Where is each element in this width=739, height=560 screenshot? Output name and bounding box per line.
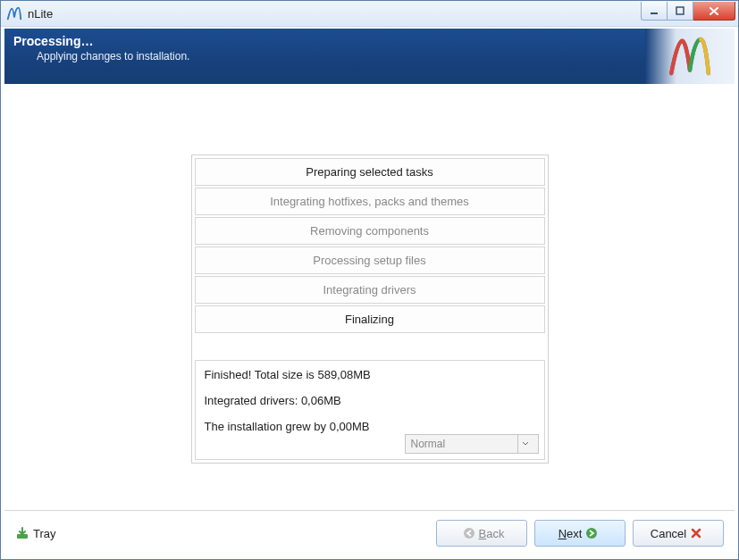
task-item: Finalizing [195, 305, 545, 333]
minimize-button[interactable] [641, 2, 668, 21]
back-label: Back [479, 527, 505, 540]
chevron-down-icon [517, 435, 533, 453]
task-list: Preparing selected tasks Integrating hot… [195, 158, 545, 333]
banner-subtitle: Applying changes to installation. [37, 50, 726, 63]
back-button[interactable]: Back [436, 520, 527, 547]
titlebar: nLite [1, 1, 738, 27]
task-item: Integrating hotfixes, packs and themes [195, 188, 545, 215]
log-line: Integrated drivers: 0,06MB [205, 394, 535, 407]
main-area: Preparing selected tasks Integrating hot… [4, 87, 735, 507]
tray-label: Tray [33, 527, 56, 540]
log-line: The installation grew by 0,00MB [205, 420, 535, 433]
maximize-button[interactable] [668, 2, 693, 21]
log-box: Finished! Total size is 589,08MB Integra… [195, 360, 545, 460]
tray-button[interactable]: Tray [15, 526, 56, 540]
app-window: nLite Processing… Applying changes to in… [0, 0, 739, 560]
arrow-right-icon [585, 527, 598, 539]
task-item: Preparing selected tasks [195, 158, 545, 186]
window-controls [641, 2, 735, 20]
banner-heading: Processing… [13, 34, 726, 48]
task-item: Removing components [195, 217, 545, 245]
button-bar: Tray Back Next Cancel [4, 510, 735, 556]
next-button[interactable]: Next [534, 520, 626, 547]
app-icon [6, 5, 22, 21]
window-title: nLite [28, 7, 53, 21]
next-label: Next [558, 527, 583, 540]
arrow-left-icon [463, 527, 475, 539]
cancel-button[interactable]: Cancel [633, 520, 724, 547]
svg-point-4 [586, 528, 597, 539]
close-icon [690, 527, 702, 539]
close-button[interactable] [693, 2, 735, 21]
task-item: Processing setup files [195, 247, 545, 274]
svg-point-3 [464, 528, 474, 539]
svg-rect-1 [676, 7, 684, 14]
cancel-label: Cancel [651, 527, 686, 540]
banner: Processing… Applying changes to installa… [4, 29, 735, 84]
progress-panel: Preparing selected tasks Integrating hot… [191, 155, 549, 464]
tray-icon [15, 526, 29, 540]
svg-rect-0 [651, 13, 658, 14]
log-level-value: Normal [411, 438, 446, 450]
log-line: Finished! Total size is 589,08MB [205, 368, 535, 381]
log-level-select[interactable]: Normal [405, 434, 539, 454]
banner-logo [645, 29, 735, 84]
task-item: Integrating drivers [195, 276, 545, 304]
